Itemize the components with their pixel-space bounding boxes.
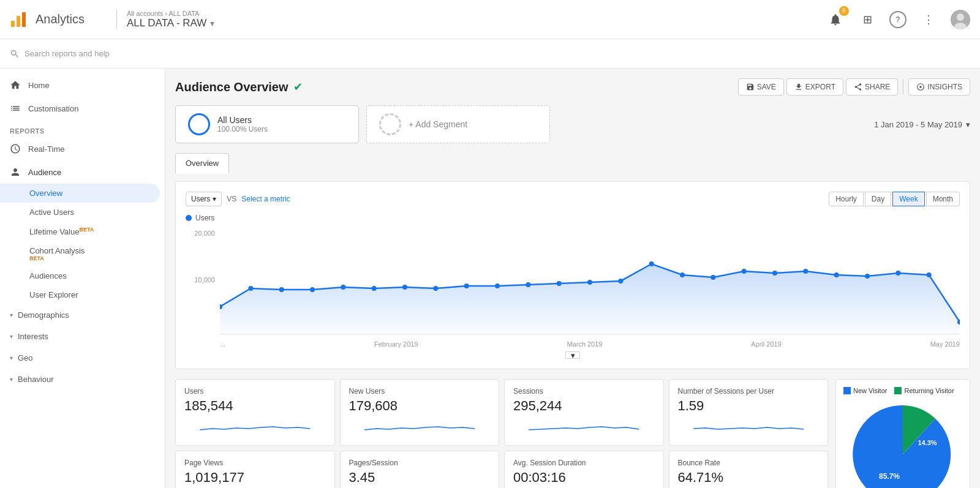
metric-value: 3.45 xyxy=(349,470,491,486)
metric-value: 1.59 xyxy=(678,398,820,414)
metric-new-users: New Users 179,608 xyxy=(340,379,500,446)
chart-legend: Users xyxy=(186,214,960,222)
returning-visitor-label: Returning Visitor xyxy=(904,387,954,394)
svg-point-9 xyxy=(279,287,284,292)
sidebar-item-audience[interactable]: Audience xyxy=(0,160,165,184)
share-icon xyxy=(854,83,862,91)
sidebar-item-realtime[interactable]: Real-Time xyxy=(0,137,165,160)
sidebar-item-lifetime-value[interactable]: Lifetime ValueBETA xyxy=(0,222,165,241)
sidebar-item-customisation[interactable]: Customisation xyxy=(0,97,165,120)
export-label: EXPORT xyxy=(805,83,835,91)
sparkline xyxy=(678,418,820,436)
sidebar-item-audiences[interactable]: Audiences xyxy=(0,266,165,285)
x-label-mar: March 2019 xyxy=(567,340,602,348)
chart-controls-left: Users ▾ VS Select a metric xyxy=(186,192,290,206)
metric-select[interactable]: Users ▾ xyxy=(186,192,222,206)
insights-button[interactable]: INSIGHTS xyxy=(908,78,970,96)
more-options-icon[interactable]: ⋮ xyxy=(919,10,938,29)
apps-grid-icon[interactable]: ⊞ xyxy=(858,10,877,29)
customisation-icon xyxy=(10,103,21,114)
user-explorer-label: User Explorer xyxy=(29,290,78,299)
sidebar-item-demographics[interactable]: ▾ Demographics xyxy=(0,304,165,326)
segment-add[interactable]: + Add Segment xyxy=(366,105,550,143)
chevron-icon: ▾ xyxy=(10,312,13,318)
metric-value: 64.71% xyxy=(678,470,820,486)
help-icon[interactable]: ? xyxy=(889,11,907,28)
breadcrumb-link[interactable]: All accounts xyxy=(127,10,163,17)
share-label: SHARE xyxy=(865,83,890,91)
sparkline xyxy=(349,418,491,436)
notification-bell[interactable]: 6 xyxy=(826,10,845,29)
svg-point-17 xyxy=(526,282,530,287)
sidebar-item-home[interactable]: Home xyxy=(0,73,165,97)
audience-label: Audience xyxy=(28,168,61,177)
cohort-beta: BETA xyxy=(29,255,44,261)
metric-value: 00:03:16 xyxy=(513,470,655,486)
share-button[interactable]: SHARE xyxy=(846,78,898,96)
sidebar-item-geo[interactable]: ▾ Geo xyxy=(0,347,165,369)
metric-label: Sessions xyxy=(513,387,655,396)
search-inner: Search reports and help xyxy=(10,49,110,59)
svg-point-20 xyxy=(618,279,623,283)
sidebar-item-cohort[interactable]: Cohort Analysis BETA xyxy=(0,241,165,266)
segment-all-users[interactable]: All Users 100.00% Users xyxy=(175,105,359,143)
scroll-indicator: ▾ xyxy=(186,351,960,359)
new-visitor-dot xyxy=(843,387,851,394)
time-btn-hourly[interactable]: Hourly xyxy=(829,192,864,206)
action-divider xyxy=(903,80,903,94)
svg-rect-2 xyxy=(22,12,26,27)
chart-controls: Users ▾ VS Select a metric Hourly Day We… xyxy=(186,192,960,206)
metric-value: 185,544 xyxy=(184,398,326,414)
save-button[interactable]: SAVE xyxy=(738,78,784,96)
time-btn-day[interactable]: Day xyxy=(865,192,891,206)
page-header: Audience Overview ✔ SAVE EXPORT SHARE xyxy=(175,78,970,96)
pie-legend: New Visitor Returning Visitor xyxy=(843,387,954,394)
x-label-feb: February 2019 xyxy=(374,340,418,348)
date-range[interactable]: 1 Jan 2019 - 5 May 2019 ▾ xyxy=(874,105,970,143)
metric-page-views: Page Views 1,019,177 xyxy=(175,451,335,488)
legend-dot xyxy=(186,215,192,221)
segment-circle xyxy=(188,113,210,135)
svg-point-21 xyxy=(649,261,654,266)
home-icon xyxy=(10,80,21,91)
svg-point-16 xyxy=(495,283,500,288)
pie-chart-svg: 14.3% 85.7% xyxy=(848,399,958,488)
export-button[interactable]: EXPORT xyxy=(786,78,843,96)
x-label-may: May 2019 xyxy=(930,340,960,348)
insights-icon xyxy=(916,83,925,91)
select-metric-link[interactable]: Select a metric xyxy=(241,195,290,203)
chevron-icon: ▾ xyxy=(10,333,13,340)
save-icon xyxy=(746,83,755,91)
metric-label: Pages/Session xyxy=(349,459,491,467)
metric-label: Page Views xyxy=(184,459,326,467)
search-placeholder[interactable]: Search reports and help xyxy=(24,49,110,58)
top-nav: Analytics All accounts › ALL DATA ALL DA… xyxy=(0,0,980,39)
audiences-label: Audiences xyxy=(29,271,67,280)
main-content: Audience Overview ✔ SAVE EXPORT SHARE xyxy=(165,69,980,488)
time-buttons: Hourly Day Week Month xyxy=(829,192,960,206)
metric-value: 1,019,177 xyxy=(184,470,326,486)
user-avatar[interactable] xyxy=(951,10,970,29)
realtime-label: Real-Time xyxy=(28,145,64,154)
svg-point-15 xyxy=(464,283,469,288)
tab-overview[interactable]: Overview xyxy=(175,153,229,174)
x-axis-labels: ... February 2019 March 2019 April 2019 … xyxy=(220,340,960,348)
notification-count: 6 xyxy=(839,6,849,16)
svg-point-12 xyxy=(372,286,377,291)
interests-label: Interests xyxy=(18,332,48,341)
time-btn-month[interactable]: Month xyxy=(926,192,960,206)
chart-container: Users ▾ VS Select a metric Hourly Day We… xyxy=(175,181,970,369)
scroll-btn[interactable]: ▾ xyxy=(565,351,580,359)
metric-users: Users 185,544 xyxy=(175,379,335,446)
sidebar-item-interests[interactable]: ▾ Interests xyxy=(0,326,165,347)
sidebar-item-overview[interactable]: Overview xyxy=(0,184,160,203)
svg-point-6 xyxy=(920,86,922,88)
sidebar-item-user-explorer[interactable]: User Explorer xyxy=(0,285,165,304)
time-btn-week[interactable]: Week xyxy=(892,192,924,206)
sidebar-item-active-users[interactable]: Active Users xyxy=(0,203,165,222)
svg-point-8 xyxy=(248,286,253,291)
svg-point-18 xyxy=(557,281,562,286)
chevron-down-icon[interactable]: ▾ xyxy=(210,18,214,28)
sparkline xyxy=(513,418,655,436)
sidebar-item-behaviour[interactable]: ▾ Behaviour xyxy=(0,369,165,390)
